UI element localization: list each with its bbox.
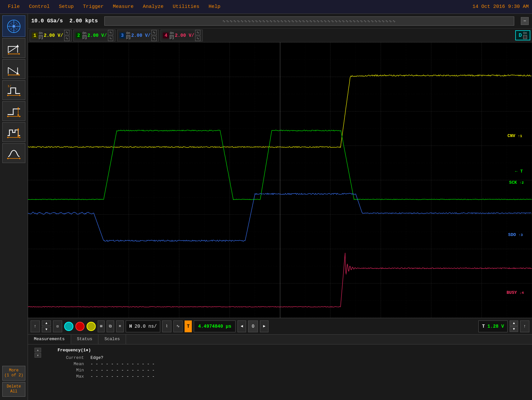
yellow-button[interactable] [87,322,96,331]
svg-marker-24 [7,115,8,117]
ch4-checkbox[interactable]: ✓ [170,35,174,39]
tab-status[interactable]: Status [71,335,99,344]
svg-marker-33 [17,128,19,130]
t-label: T [482,324,485,329]
scroll-up-meas[interactable]: ▲ [35,348,41,352]
step-up-btn[interactable]: ▲ [42,320,51,326]
step-dn-btn[interactable]: ▼ [42,327,51,332]
tab-scales[interactable]: Scales [98,335,126,344]
wave-icon-2[interactable]: ∿ [173,320,183,332]
layers-btn[interactable]: ⧉ [107,320,114,332]
complex-pulse-icon[interactable] [2,122,25,142]
scope-canvas [28,42,532,318]
timebase-value: 20.0 ns/ [135,324,157,329]
scroll-up-btn[interactable]: ↑ [31,320,40,332]
svg-marker-31 [19,136,21,138]
step-pos-icon[interactable] [2,101,25,121]
menu-item-measure[interactable]: Measure [108,4,138,10]
meas-header-row: Frequency(1♦) [58,348,525,353]
d-checkbox[interactable] [523,35,527,39]
channel-3-header[interactable]: 3 On ✓ 2.00 V/ ∿ ∿ [117,30,159,41]
ch3-number: 3 [119,33,125,38]
svg-marker-18 [19,74,20,76]
ch1-number: 1 [32,33,38,38]
ch3-on-label: On [126,32,130,35]
menu-item-help[interactable]: Help [204,4,225,10]
datetime-display: 14 Oct 2016 9:30 AM [472,4,529,10]
channel-1-header[interactable]: 1 On ✓ 2.00 V/ ∿ ∿ [30,30,72,41]
step-btn[interactable]: ⊡ [53,320,62,332]
zero-btn[interactable]: 0 [248,320,258,332]
tab-bar: Measurements Status Scales [28,335,532,344]
menu-item-file[interactable]: File [3,4,24,10]
svg-text:I/: I/ [8,84,12,88]
channel-2-header[interactable]: 2 On ✓ 2.00 V/ ∿ ∿ [73,30,115,41]
cyan-button[interactable] [64,322,73,331]
busy-label: BUSY ↓4 [507,290,524,295]
ch3-checkbox[interactable]: ✓ [126,35,130,39]
ch2-number: 2 [76,33,82,38]
ramp-up-icon[interactable] [2,38,25,58]
bottom-controls: ↑ ▲ ▼ ⊡ ⊞ ⧉ ☀ H 20.0 ns/ ⌇ ∿ T [28,318,532,334]
svg-marker-21 [7,94,8,96]
time-offset-value: 4.4974840 µs [198,324,231,329]
channel-4-header[interactable]: 4 On ✓ 2.00 V/ ∿ ∿ [161,30,203,41]
trigger-level-display[interactable]: T 1.28 V [478,320,508,332]
scroll-dn-meas[interactable]: ▼ [35,353,41,358]
meas-min-row: Min - - - - - - - - - - - - - [58,368,525,373]
cnv-label: CNV ↑1 [508,133,522,138]
sample-rate: 10.0 GSa/s [31,18,63,24]
ch4-on-label: On [170,32,174,35]
max-label: Max [58,374,84,379]
d-channel-header[interactable]: D On [515,30,530,40]
info-bar: 10.0 GSa/s 2.00 kpts ∿∿∿∿∿∿∿∿∿∿∿∿∿∿∿∿∿∿∿… [28,14,532,29]
timebase-wave-graphic: ∿∿∿∿∿∿∿∿∿∿∿∿∿∿∿∿∿∿∿∿∿∿∿∿∿∿∿∿∿∿∿∿∿∿∿∿∿∿∿∿… [222,19,396,23]
logo-icon[interactable] [2,15,25,37]
delete-all-button[interactable]: Delete All [2,382,25,397]
right-arrow-btn[interactable]: ► [260,320,268,332]
current-value: Edge? [90,355,103,360]
tab-measurements[interactable]: Measurements [28,335,71,344]
trigger-reset-btn[interactable]: ↑ [520,320,529,332]
menu-item-analyze[interactable]: Analyze [138,4,168,10]
pulse-positive-icon[interactable]: I/ [2,80,25,100]
trigger-dn-btn[interactable]: ▼ [510,326,518,332]
s-curve-icon[interactable] [2,143,25,163]
menu-item-setup[interactable]: Setup [54,4,78,10]
svg-marker-30 [7,136,8,138]
red-button[interactable] [75,322,85,331]
kpts-display: 2.00 kpts [69,18,98,24]
ch2-checkbox[interactable]: ✓ [83,35,87,39]
h-timebase-display[interactable]: H 20.0 ns/ [126,320,161,332]
sidebar-bottom: More (1 of 2) Delete All [0,366,28,398]
svg-line-9 [8,46,18,53]
left-arrow-btn[interactable]: ◄ [238,320,246,332]
mean-value: - - - - - - - - - - - - - [90,362,155,366]
sck-label: SCK ↑2 [509,180,524,185]
current-label: Current [58,355,84,360]
menu-item-trigger[interactable]: Trigger [78,4,108,10]
ch2-on-label: On [83,32,87,35]
sidebar: I/ [0,14,28,400]
ch4-voltage: 2.00 V/ [175,33,194,38]
mean-label: Mean [58,362,84,366]
wave-icon-1[interactable]: ⌇ [162,320,171,332]
d-label: D [519,33,522,38]
channel-headers: 1 On ✓ 2.00 V/ ∿ ∿ 2 On ✓ 2.00 V/ [28,29,532,42]
d-on-label: On [523,32,527,35]
time-offset-display[interactable]: 4.4974840 µs [194,320,236,332]
ramp-down-icon[interactable] [2,59,25,79]
ch1-checkbox[interactable]: ✓ [39,35,43,39]
minimize-button[interactable]: − [521,17,529,25]
min-value: - - - - - - - - - - - - - [90,368,155,373]
trigger-up-btn[interactable]: ▲ [510,320,518,326]
menu-bar: File Control Setup Trigger Measure Analy… [0,0,532,14]
menu-item-control[interactable]: Control [24,4,54,10]
brightness-btn[interactable]: ☀ [116,320,123,332]
menu-item-utilities[interactable]: Utilities [168,4,204,10]
measurement-area: Measurements Status Scales ▲ ▼ Frequency… [28,334,532,400]
svg-marker-12 [19,53,20,55]
more-button[interactable]: More (1 of 2) [2,366,25,381]
expand-btn[interactable]: ⊞ [98,320,105,332]
meas-max-row: Max - - - - - - - - - - - - - [58,374,525,379]
